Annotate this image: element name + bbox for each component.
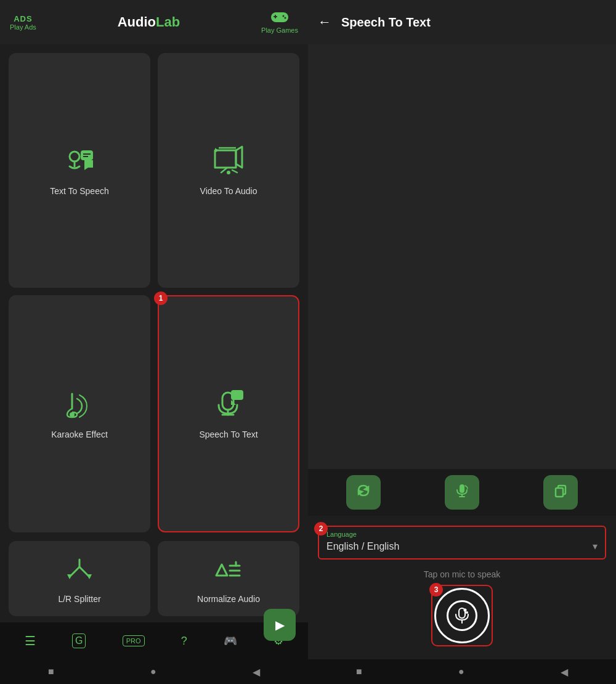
transcript-area: [308, 44, 616, 516]
svg-marker-14: [236, 147, 242, 168]
mic-button[interactable]: [434, 588, 490, 643]
svg-marker-11: [215, 150, 236, 168]
svg-rect-7: [81, 150, 93, 160]
refresh-icon: [356, 483, 371, 502]
tts-label: Text To Speech: [50, 186, 108, 196]
svg-rect-41: [556, 488, 563, 497]
svg-marker-28: [67, 574, 72, 579]
tap-mic-label: Tap on mic to speak: [424, 569, 501, 579]
pro-icon[interactable]: PRO: [123, 635, 145, 646]
normalize-label: Normalize Audio: [197, 594, 260, 604]
language-container[interactable]: 2 Language English / English ▾: [318, 526, 606, 560]
grid-item-normalize-audio[interactable]: Normalize Audio: [158, 541, 299, 616]
home-btn[interactable]: ■: [48, 666, 54, 677]
right-title: Speech To Text: [341, 15, 431, 30]
svg-point-5: [70, 152, 79, 161]
transcript-text-area: [308, 44, 616, 469]
right-header: ← Speech To Text: [308, 0, 616, 44]
right-bottom-section: 2 Language English / English ▾ Tap on mi…: [308, 516, 616, 659]
hamburger-icon[interactable]: ☰: [25, 633, 36, 648]
mic-outer: [434, 588, 490, 643]
ads-label[interactable]: ADS: [14, 14, 32, 23]
right-system-nav: ■ ● ◀: [308, 659, 616, 684]
svg-line-17: [232, 170, 237, 173]
help-icon[interactable]: ?: [181, 635, 187, 648]
right-home-btn[interactable]: ■: [356, 666, 362, 677]
right-panel: ← Speech To Text: [308, 0, 616, 684]
svg-point-19: [70, 412, 75, 417]
svg-marker-36: [359, 491, 362, 494]
svg-marker-12: [215, 148, 219, 153]
chevron-down-icon: ▾: [593, 540, 598, 552]
svg-rect-37: [460, 484, 464, 493]
app-title-part1: Audio: [118, 14, 156, 30]
ads-section: ADS Play Ads: [10, 14, 36, 31]
language-value: English / English: [326, 541, 399, 552]
mic-inner-ring: [447, 600, 477, 631]
step-badge-3: 3: [429, 583, 443, 596]
copy-button[interactable]: [543, 475, 578, 510]
translate-icon[interactable]: G: [72, 633, 86, 648]
right-recents-btn[interactable]: ●: [458, 666, 464, 677]
karaoke-label: Karaoke Effect: [51, 430, 108, 439]
bottom-nav: ☰ G PRO ? 🎮 ⚙: [0, 622, 308, 659]
recents-btn[interactable]: ●: [150, 666, 156, 677]
back-button[interactable]: ←: [318, 14, 331, 30]
play-games-label[interactable]: Play Games: [261, 26, 298, 34]
games-section[interactable]: Play Games: [261, 11, 298, 34]
svg-point-3: [283, 15, 285, 17]
mic-action-icon: [455, 483, 469, 502]
language-field-label: Language: [326, 531, 598, 538]
grid-row2: L/R Splitter Normalize Audio: [0, 541, 308, 622]
svg-rect-2: [275, 15, 276, 18]
mic-action-button[interactable]: [445, 475, 479, 510]
stt-icon: [210, 389, 247, 423]
svg-marker-35: [365, 487, 368, 491]
left-panel: ADS Play Ads AudioLab Play Games: [0, 0, 308, 684]
back-btn-left[interactable]: ◀: [253, 666, 260, 678]
right-back-btn[interactable]: ◀: [561, 666, 568, 678]
games-nav-icon[interactable]: 🎮: [224, 634, 237, 648]
svg-point-4: [285, 17, 286, 18]
refresh-button[interactable]: [346, 475, 381, 510]
svg-rect-23: [231, 390, 243, 400]
normalize-icon: [210, 553, 247, 588]
grid-item-speech-to-text[interactable]: 1 Speech To Text: [158, 295, 299, 532]
language-select[interactable]: English / English ▾: [326, 540, 598, 552]
svg-marker-30: [216, 564, 227, 576]
lr-label: L/R Splitter: [58, 594, 100, 604]
lr-icon: [61, 553, 98, 588]
grid-item-text-to-speech[interactable]: Text To Speech: [9, 53, 150, 288]
app-title-part2: Lab: [156, 14, 180, 30]
step-badge-1: 1: [154, 291, 168, 305]
svg-marker-29: [87, 574, 92, 579]
play-ads-label[interactable]: Play Ads: [10, 23, 36, 31]
action-buttons-bar: [308, 469, 616, 516]
games-icon: [271, 11, 288, 26]
grid-item-lr-splitter[interactable]: L/R Splitter: [9, 541, 150, 616]
feature-grid: Text To Speech Video To Audio: [0, 44, 308, 541]
stt-label: Speech To Text: [199, 430, 257, 439]
karaoke-icon: [61, 389, 98, 423]
svg-point-16: [227, 171, 230, 174]
vta-label: Video To Audio: [200, 186, 257, 196]
app-title: AudioLab: [118, 14, 180, 30]
grid-item-video-to-audio[interactable]: Video To Audio: [158, 53, 299, 288]
svg-point-45: [466, 611, 468, 614]
grid-item-karaoke-effect[interactable]: Karaoke Effect: [9, 295, 150, 532]
mic-container: 3: [434, 588, 490, 643]
step-badge-2: 2: [314, 522, 328, 535]
left-header: ADS Play Ads AudioLab Play Games: [0, 0, 308, 44]
play-fab-icon: ▶: [275, 617, 285, 632]
svg-marker-10: [84, 160, 93, 170]
tts-icon: [61, 145, 98, 180]
left-system-nav: ■ ● ◀: [0, 659, 308, 684]
copy-icon: [553, 483, 568, 502]
vta-icon: [210, 145, 247, 180]
svg-point-44: [464, 609, 467, 612]
play-fab[interactable]: ▶: [264, 609, 296, 641]
